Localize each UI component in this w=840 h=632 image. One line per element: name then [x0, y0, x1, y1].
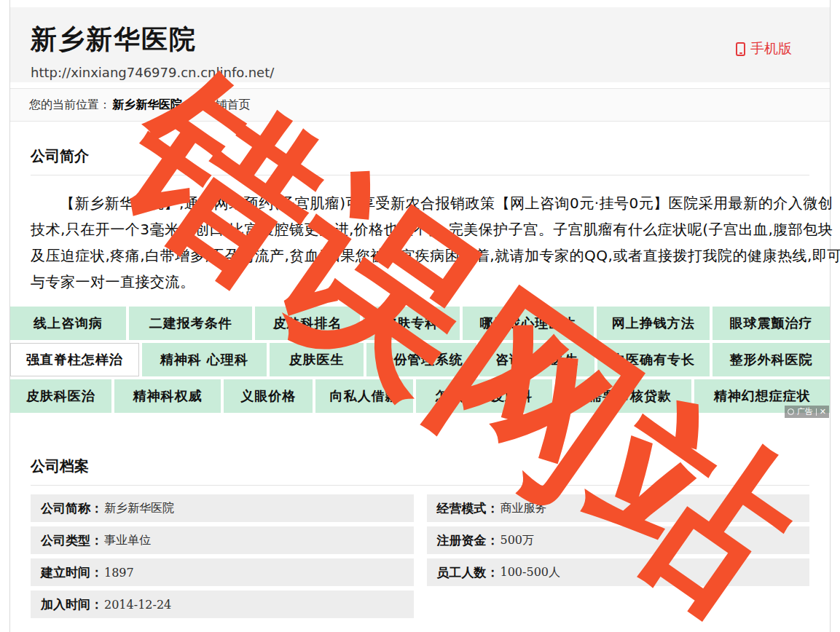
tag-button[interactable]: 皮肤医生 — [270, 343, 364, 376]
tag-button[interactable]: 身份管理系统 — [366, 343, 476, 376]
ad-close-icon[interactable]: ✕ — [820, 408, 826, 416]
breadcrumb: 您的当前位置： 新乡新华医院 > 商铺首页 — [10, 88, 830, 122]
tag-grid: 线上咨询病二建报考条件皮肤科排名皮肤专科哪里找心理医生网上挣钱方法眼球震颤治疗强… — [10, 307, 830, 413]
profile-row: 加入时间：2014-12-24 — [31, 590, 414, 618]
tag-button[interactable]: 精神科权威 — [114, 379, 221, 413]
section-divider — [31, 175, 809, 175]
profile-label: 公司类型： — [41, 532, 103, 549]
profile-value: 商业服务 — [501, 501, 547, 516]
tag-button[interactable]: 中医确有专长 — [597, 343, 710, 376]
tag-button[interactable]: 向私人借款 — [315, 379, 413, 413]
breadcrumb-site-link[interactable]: 新乡新华医院 — [112, 98, 182, 113]
profile-value: 100-500人 — [501, 565, 560, 580]
tag-button[interactable]: 二建报考条件 — [129, 307, 252, 340]
site-header: 新乡新华医院 http://xinxiang746979.cn.cnlinfo.… — [10, 7, 830, 82]
site-url: http://xinxiang746979.cn.cnlinfo.net/ — [31, 65, 830, 80]
phone-icon — [736, 42, 745, 56]
ad-badge-label: 广告 — [797, 406, 813, 417]
profile-label: 建立时间： — [41, 564, 103, 581]
ad-badge: 广告 ✕ — [785, 406, 829, 418]
tag-row: 皮肤科医治精神科权威义眼价格向私人借款怎么治疗皮肤科无需要审核贷款精神幻想症症状 — [10, 379, 830, 413]
profile-value: 新乡新华医院 — [104, 501, 174, 516]
main-container: 新乡新华医院 http://xinxiang746979.cn.cnlinfo.… — [9, 0, 831, 632]
profile-row: 公司简称：新乡新华医院 — [31, 494, 414, 522]
tag-button[interactable]: 皮肤专科 — [363, 307, 460, 340]
profile-row: 公司类型：事业单位 — [31, 526, 414, 554]
company-intro-section: 公司简介 【新乡新华医院】,通过网络预约(子宫肌瘤)可享受新农合报销政策【网上咨… — [31, 122, 809, 295]
tag-button[interactable]: 整形外科医院 — [713, 343, 830, 376]
breadcrumb-prefix: 您的当前位置： — [29, 98, 111, 113]
intro-paragraph: 【新乡新华医院】,通过网络预约(子宫肌瘤)可享受新农合报销政策【网上咨询0元·挂… — [31, 190, 809, 295]
section-divider — [31, 485, 809, 486]
tag-button[interactable]: 哪里找心理医生 — [463, 307, 594, 340]
intro-line: 技术,只在开一个3毫米的创口,比宫腹腔镜更先进,价格也差不多,完美保护子宫。子宫… — [31, 216, 809, 242]
profile-value: 事业单位 — [104, 533, 151, 548]
tag-button[interactable]: 线上咨询病 — [10, 307, 126, 340]
tag-button[interactable]: 义眼价格 — [224, 379, 313, 413]
company-profile-section: 公司档案 公司简称：新乡新华医院公司类型：事业单位建立时间：1897加入时间：2… — [31, 413, 809, 618]
page: 新乡新华医院 http://xinxiang746979.cn.cnlinfo.… — [0, 0, 840, 632]
profile-value: 1897 — [104, 566, 134, 580]
profile-row: 建立时间：1897 — [31, 558, 414, 586]
profile-label: 公司简称： — [41, 500, 103, 517]
tag-button[interactable]: 强直脊柱怎样治 — [10, 343, 139, 376]
tag-button[interactable]: 皮肤科医治 — [10, 379, 111, 413]
mobile-version-link[interactable]: 手机版 — [736, 39, 792, 58]
mobile-version-label: 手机版 — [750, 39, 792, 58]
ad-info-icon — [788, 408, 794, 415]
profile-row: 员工人数：100-500人 — [427, 558, 810, 586]
profile-col-left: 公司简称：新乡新华医院公司类型：事业单位建立时间：1897加入时间：2014-1… — [31, 494, 414, 618]
profile-col-right: 经营模式：商业服务注册资金：500万员工人数：100-500人 — [427, 494, 810, 618]
company-intro-heading: 公司简介 — [31, 146, 809, 166]
intro-line: 与专家一对一直接交流。 — [31, 269, 809, 295]
intro-line: 及压迫症状,疼痛,白带增多,不孕与流产,贫血)如果您被子宫疾病困扰着,就请加专家… — [31, 242, 809, 269]
profile-value: 500万 — [501, 533, 535, 548]
profile-label: 注册资金： — [437, 532, 499, 549]
ad-badge-divider — [816, 408, 817, 416]
profile-table: 公司简称：新乡新华医院公司类型：事业单位建立时间：1897加入时间：2014-1… — [31, 494, 809, 618]
tag-button[interactable]: 网上挣钱方法 — [597, 307, 709, 340]
breadcrumb-separator: > — [189, 98, 199, 112]
intro-line: 【新乡新华医院】,通过网络预约(子宫肌瘤)可享受新农合报销政策【网上咨询0元·挂… — [31, 190, 809, 216]
profile-label: 加入时间： — [41, 596, 103, 613]
tag-button[interactable]: 皮肤科排名 — [255, 307, 360, 340]
tag-button[interactable]: 无需要审核贷款 — [555, 379, 692, 413]
tag-button[interactable]: 眼球震颤治疗 — [713, 307, 830, 340]
profile-row: 经营模式：商业服务 — [427, 494, 810, 522]
company-profile-heading: 公司档案 — [31, 457, 809, 476]
tag-button[interactable]: 精神科 心理科 — [142, 343, 267, 376]
profile-value: 2014-12-24 — [104, 598, 171, 612]
tag-row: 线上咨询病二建报考条件皮肤科排名皮肤专科哪里找心理医生网上挣钱方法眼球震颤治疗 — [10, 307, 830, 340]
tag-button[interactable]: 怎么治疗皮肤科 — [416, 379, 552, 413]
breadcrumb-current-link[interactable]: 商铺首页 — [203, 98, 250, 113]
profile-row: 注册资金：500万 — [427, 526, 810, 554]
profile-label: 员工人数： — [437, 564, 499, 581]
site-title: 新乡新华医院 — [31, 22, 830, 58]
tag-row: 强直脊柱怎样治精神科 心理科皮肤医生身份管理系统咨询妇幼医生中医确有专长整形外科… — [10, 343, 830, 376]
tag-button[interactable]: 咨询妇幼医生 — [479, 343, 594, 376]
profile-label: 经营模式： — [437, 500, 499, 517]
